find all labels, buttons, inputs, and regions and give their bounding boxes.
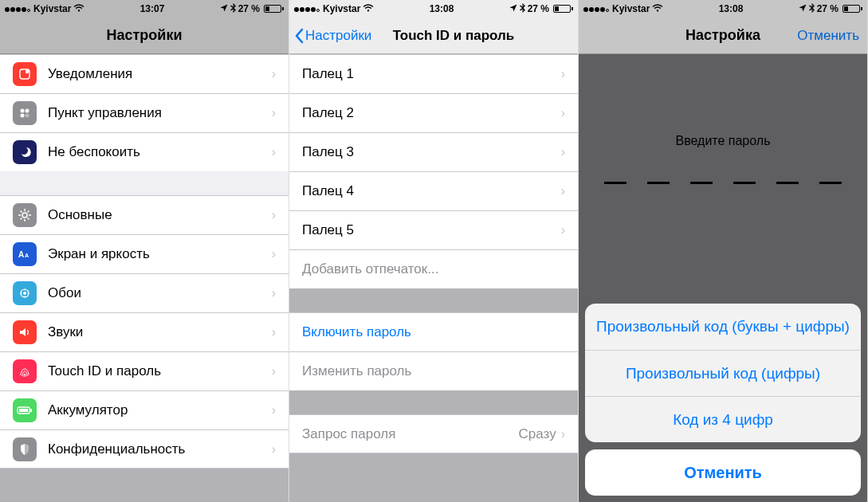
battery-label: 27 %: [528, 3, 549, 14]
settings-row[interactable]: Конфиденциальность ›: [0, 429, 289, 469]
battery-label: 27 %: [817, 3, 839, 14]
page-title: Настройки: [107, 27, 183, 44]
navbar: Настройки Touch ID и пароль: [289, 18, 578, 54]
svg-point-4: [21, 114, 25, 118]
row-label: Уведомления: [48, 66, 132, 82]
wifi-icon: [73, 3, 84, 14]
sheet-option-numeric[interactable]: Произвольный код (цифры): [585, 350, 861, 396]
chevron-right-icon: ›: [272, 325, 276, 339]
battery-icon: [262, 5, 284, 13]
chevron-right-icon: ›: [561, 427, 565, 441]
svg-point-3: [26, 109, 29, 113]
svg-line-11: [21, 211, 22, 213]
chevron-right-icon: ›: [272, 442, 276, 457]
chevron-right-icon: ›: [561, 184, 565, 198]
chevron-right-icon: ›: [272, 106, 276, 120]
location-icon: [799, 3, 807, 14]
battery-icon: [552, 5, 573, 13]
svg-point-19: [24, 289, 26, 291]
wallpaper-icon: [13, 281, 37, 305]
chevron-right-icon: ›: [272, 364, 276, 378]
settings-row[interactable]: Пункт управления ›: [0, 93, 289, 132]
settings-row[interactable]: Не беспокоить ›: [0, 132, 289, 171]
row-label: Touch ID и пароль: [48, 363, 161, 379]
enable-passcode-row[interactable]: Включить пароль: [289, 312, 578, 351]
row-label: Палец 3: [302, 144, 354, 160]
signal-icon: [583, 3, 610, 14]
control-center-icon: [13, 101, 37, 125]
settings-row[interactable]: AA Экран и яркость ›: [0, 234, 289, 273]
location-icon: [220, 3, 228, 14]
dnd-icon: [13, 140, 37, 164]
row-label: Основные: [48, 207, 112, 223]
sheet-option-alpha[interactable]: Произвольный код (буквы + цифры): [585, 304, 861, 350]
row-label: Палец 4: [302, 183, 354, 199]
row-label: Пункт управления: [48, 105, 162, 121]
battery-icon: [841, 5, 862, 13]
sheet-cancel-button[interactable]: Отменить: [585, 449, 861, 496]
chevron-right-icon: ›: [272, 67, 276, 81]
svg-rect-24: [19, 409, 28, 412]
row-label: Экран и яркость: [48, 246, 150, 262]
svg-line-12: [28, 218, 29, 220]
cancel-nav-button[interactable]: Отменить: [797, 28, 859, 44]
row-label: Изменить пароль: [302, 363, 411, 379]
carrier-label: Kyivstar: [612, 3, 650, 14]
row-detail: Сразу: [519, 426, 556, 442]
row-label: Конфиденциальность: [48, 441, 185, 457]
back-button[interactable]: Настройки: [294, 28, 371, 44]
bluetooth-icon: [809, 3, 815, 15]
require-passcode-row[interactable]: Запрос пароля Сразу ›: [289, 414, 578, 453]
finger-row[interactable]: Палец 5›: [289, 210, 578, 249]
chevron-right-icon: ›: [272, 247, 276, 261]
svg-text:A: A: [25, 253, 29, 258]
row-label: Включить пароль: [302, 324, 411, 340]
settings-row-touchid[interactable]: Touch ID и пароль ›: [0, 351, 289, 390]
svg-point-6: [22, 213, 27, 218]
status-bar: Kyivstar 13:08 27 %: [579, 0, 867, 18]
finger-row[interactable]: Палец 1›: [289, 54, 578, 93]
sheet-option-4digit[interactable]: Код из 4 цифр: [585, 396, 861, 442]
svg-point-1: [26, 70, 29, 73]
finger-row[interactable]: Палец 2›: [289, 93, 578, 132]
settings-row[interactable]: Основные ›: [0, 195, 289, 234]
bluetooth-icon: [520, 3, 525, 15]
svg-point-2: [21, 109, 25, 113]
battery-settings-icon: [13, 398, 37, 422]
change-passcode-row[interactable]: Изменить пароль: [289, 351, 578, 390]
navbar: Настройки: [0, 18, 289, 54]
settings-row[interactable]: Обои ›: [0, 273, 289, 312]
chevron-right-icon: ›: [561, 145, 565, 159]
add-finger-row[interactable]: Добавить отпечаток...: [289, 249, 578, 288]
settings-row[interactable]: Уведомления ›: [0, 54, 289, 93]
back-label: Настройки: [305, 28, 371, 44]
finger-row[interactable]: Палец 3›: [289, 132, 578, 171]
clock-label: 13:08: [430, 3, 454, 14]
signal-icon: [5, 3, 31, 14]
row-label: Звуки: [48, 324, 83, 340]
clock-label: 13:07: [140, 3, 165, 14]
settings-row[interactable]: Аккумулятор ›: [0, 390, 289, 429]
row-label: Запрос пароля: [302, 426, 395, 442]
svg-point-20: [28, 292, 29, 294]
bluetooth-icon: [230, 3, 236, 15]
row-label: Обои: [48, 285, 81, 301]
row-label: Палец 5: [302, 222, 354, 238]
sounds-icon: [13, 320, 37, 344]
chevron-right-icon: ›: [272, 208, 276, 222]
wifi-icon: [652, 3, 663, 14]
notifications-icon: [13, 62, 37, 86]
svg-point-18: [23, 292, 26, 295]
settings-row[interactable]: Звуки ›: [0, 312, 289, 351]
wifi-icon: [363, 3, 374, 14]
signal-icon: [294, 3, 320, 14]
action-sheet: Произвольный код (буквы + цифры) Произво…: [585, 304, 861, 496]
svg-line-14: [28, 211, 29, 213]
row-label: Добавить отпечаток...: [302, 261, 438, 277]
battery-label: 27 %: [238, 3, 260, 14]
navbar: Настройка Отменить: [579, 18, 867, 54]
chevron-right-icon: ›: [561, 106, 565, 120]
finger-row[interactable]: Палец 4›: [289, 171, 578, 210]
svg-point-22: [21, 292, 22, 294]
touchid-icon: [13, 359, 37, 383]
